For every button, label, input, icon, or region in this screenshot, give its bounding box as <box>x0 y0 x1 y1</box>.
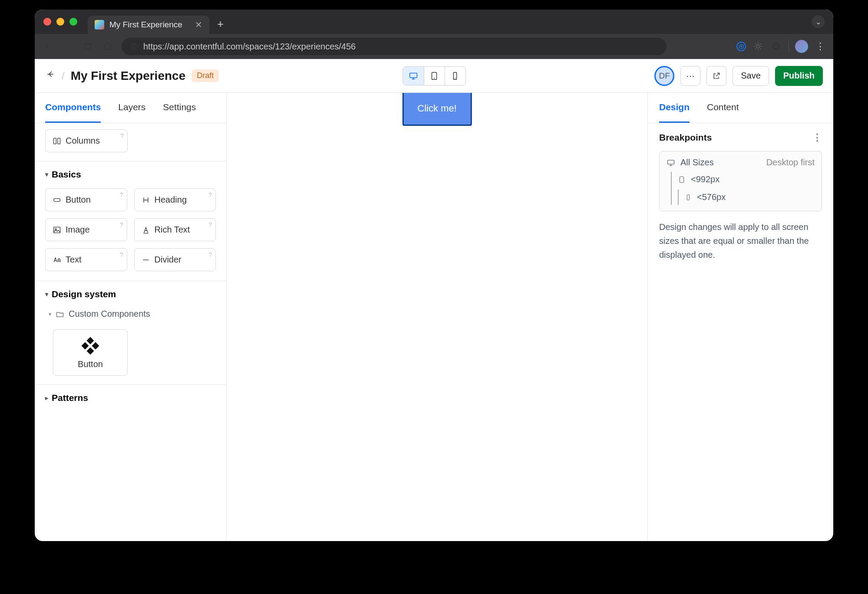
browser-tab[interactable]: My First Experience ✕ <box>88 16 209 34</box>
user-avatar[interactable]: DF <box>654 66 674 86</box>
help-icon[interactable]: ? <box>208 191 212 198</box>
tab-layers[interactable]: Layers <box>118 93 145 123</box>
component-image[interactable]: Image ? <box>45 218 127 241</box>
svg-rect-12 <box>687 195 689 200</box>
help-icon[interactable]: ? <box>120 221 123 228</box>
svg-rect-6 <box>58 138 60 144</box>
chevron-down-icon: ▾ <box>49 311 51 317</box>
folder-custom-components[interactable]: ▾ Custom Components <box>35 305 226 325</box>
window-close-button[interactable] <box>43 18 51 26</box>
tab-favicon <box>95 20 104 30</box>
breakpoints-note: Design changes will apply to all screen … <box>659 220 822 262</box>
component-divider[interactable]: Divider ? <box>134 248 216 271</box>
left-panel: Components Layers Settings Columns ? ▾ B… <box>35 93 227 541</box>
help-icon[interactable]: ? <box>120 251 123 258</box>
new-tab-button[interactable]: + <box>217 17 224 31</box>
reload-button[interactable] <box>82 40 94 53</box>
tab-settings[interactable]: Settings <box>163 93 196 123</box>
app-header: / My First Experience Draft DF ⋯ Save Pu… <box>35 59 833 93</box>
breadcrumb-separator: / <box>62 70 65 82</box>
traffic-lights <box>43 18 77 26</box>
component-heading[interactable]: Heading ? <box>134 188 216 211</box>
section-design-system[interactable]: ▾ Design system <box>35 281 226 305</box>
device-tablet-button[interactable] <box>424 67 445 85</box>
right-panel-tabs: Design Content <box>648 93 833 123</box>
section-basics[interactable]: ▾ Basics <box>35 161 226 186</box>
browser-window: My First Experience ✕ + ⌄ https://app.co… <box>35 10 833 541</box>
publish-button[interactable]: Publish <box>775 66 823 86</box>
chevron-down-icon: ▾ <box>45 171 48 178</box>
open-external-button[interactable] <box>706 66 726 86</box>
right-panel: Design Content Breakpoints ⋮ All Sizes D… <box>647 93 833 541</box>
site-info-icon[interactable] <box>129 42 138 51</box>
browser-titlebar: My First Experience ✕ + ⌄ <box>35 10 833 34</box>
svg-rect-5 <box>54 138 56 144</box>
canvas-button-element[interactable]: Click me! <box>402 93 472 126</box>
help-icon[interactable]: ? <box>208 251 212 258</box>
svg-rect-7 <box>54 198 60 201</box>
extensions-icon[interactable] <box>770 40 782 53</box>
tab-components[interactable]: Components <box>45 93 101 123</box>
chevron-down-icon: ▾ <box>45 291 48 298</box>
onepassword-icon[interactable]: ⦿ <box>736 42 746 51</box>
breakpoints-heading: Breakpoints ⋮ <box>659 132 822 143</box>
custom-component-icon <box>83 338 98 353</box>
svg-rect-8 <box>54 227 60 233</box>
breakpoint-576[interactable]: <576px <box>685 190 815 205</box>
breakpoint-strategy: Desktop first <box>766 158 815 167</box>
back-arrow-button[interactable] <box>45 69 56 82</box>
window-maximize-button[interactable] <box>69 18 77 26</box>
svg-rect-2 <box>409 73 417 77</box>
tab-content[interactable]: Content <box>707 93 739 123</box>
help-icon[interactable]: ? <box>120 132 124 139</box>
svg-rect-10 <box>668 160 674 164</box>
device-desktop-button[interactable] <box>403 67 424 85</box>
nav-back-button[interactable] <box>42 40 54 53</box>
breakpoints-box: All Sizes Desktop first <992px <576px <box>659 151 822 211</box>
breakpoints-menu-button[interactable]: ⋮ <box>812 132 822 143</box>
browser-toolbar: https://app.contentful.com/spaces/123/ex… <box>35 34 833 59</box>
breakpoint-all-sizes[interactable]: All Sizes Desktop first <box>667 158 815 167</box>
custom-component-button[interactable]: Button <box>53 329 128 376</box>
svg-point-1 <box>756 45 759 48</box>
settings-extension-icon[interactable] <box>752 40 764 53</box>
window-minimize-button[interactable] <box>56 18 64 26</box>
chevron-right-icon: ▸ <box>45 394 48 401</box>
tab-title: My First Experience <box>109 20 182 30</box>
nav-forward-button[interactable] <box>62 40 74 53</box>
component-rich-text[interactable]: Rich Text ? <box>134 218 216 241</box>
home-button[interactable] <box>102 40 114 53</box>
url-text: https://app.contentful.com/spaces/123/ex… <box>143 42 356 52</box>
tabs-overflow-button[interactable]: ⌄ <box>812 15 825 28</box>
status-badge: Draft <box>191 69 219 82</box>
more-actions-button[interactable]: ⋯ <box>680 66 700 86</box>
browser-menu-button[interactable]: ⋮ <box>814 40 826 53</box>
profile-avatar-icon[interactable] <box>795 40 808 53</box>
canvas-area[interactable]: Click me! <box>227 93 647 541</box>
tab-design[interactable]: Design <box>659 93 690 123</box>
svg-rect-11 <box>680 177 684 183</box>
device-mobile-button[interactable] <box>445 67 465 85</box>
app-body: Components Layers Settings Columns ? ▾ B… <box>35 93 833 541</box>
left-panel-tabs: Components Layers Settings <box>35 93 226 123</box>
component-button[interactable]: Button ? <box>45 188 127 211</box>
address-bar[interactable]: https://app.contentful.com/spaces/123/ex… <box>122 38 667 55</box>
svg-point-0 <box>131 43 137 50</box>
component-columns[interactable]: Columns ? <box>45 129 128 152</box>
tab-close-button[interactable]: ✕ <box>195 20 202 30</box>
help-icon[interactable]: ? <box>208 221 212 228</box>
device-switcher <box>403 66 466 85</box>
help-icon[interactable]: ? <box>120 191 123 198</box>
save-button[interactable]: Save <box>733 66 769 86</box>
breakpoint-992[interactable]: <992px <box>678 172 815 187</box>
section-patterns[interactable]: ▸ Patterns <box>35 385 226 409</box>
component-text[interactable]: Text ? <box>45 248 127 271</box>
page-title: My First Experience <box>71 69 186 83</box>
